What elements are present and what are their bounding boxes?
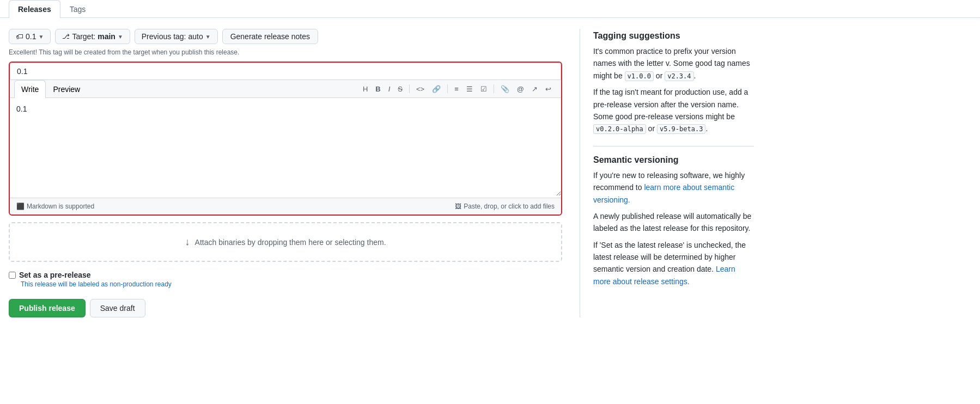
code-v234: v2.3.4 bbox=[665, 71, 693, 81]
release-title-input[interactable] bbox=[10, 63, 561, 80]
code-alpha: v0.2.0-alpha bbox=[593, 124, 646, 134]
pre-release-section: Set as a pre-release This release will b… bbox=[9, 271, 562, 288]
mention-icon[interactable]: @ bbox=[514, 83, 527, 95]
prev-tag-value: auto bbox=[188, 32, 203, 41]
semantic-text3: If 'Set as the latest release' is unchec… bbox=[593, 239, 754, 288]
publish-release-button[interactable]: Publish release bbox=[9, 299, 86, 317]
markdown-icon: ⬛ bbox=[16, 203, 25, 210]
preview-tab[interactable]: Preview bbox=[46, 80, 87, 98]
toolbar-separator-1 bbox=[409, 84, 410, 93]
tag-dropdown[interactable]: 🏷 0.1 ▼ bbox=[9, 29, 51, 44]
pre-release-label[interactable]: Set as a pre-release bbox=[9, 271, 562, 279]
editor-toolbar: H B I S <> 🔗 ≡ ☰ ☑ 📎 @ ↗ bbox=[357, 81, 557, 97]
attach-binaries-text: Attach binaries by dropping them here or… bbox=[195, 238, 386, 247]
target-dropdown[interactable]: ⎇ Target: main ▼ bbox=[55, 29, 130, 44]
semantic-versioning-title: Semantic versioning bbox=[593, 155, 754, 165]
strikethrough-icon[interactable]: S bbox=[394, 83, 406, 95]
prev-tag-dropdown[interactable]: Previous tag: auto ▼ bbox=[135, 29, 218, 44]
code-icon[interactable]: <> bbox=[413, 83, 428, 95]
toolbar-row: 🏷 0.1 ▼ ⎇ Target: main ▼ Previous tag: a… bbox=[9, 29, 562, 44]
hint-text: Excellent! This tag will be created from… bbox=[9, 48, 562, 56]
code-beta: v5.9-beta.3 bbox=[657, 124, 705, 134]
code-v100: v1.0.0 bbox=[625, 71, 654, 81]
image-icon: 🖼 bbox=[455, 203, 461, 210]
editor-tabs: Write Preview H B I S <> 🔗 ≡ ☰ bbox=[10, 80, 561, 98]
tab-releases[interactable]: Releases bbox=[9, 0, 60, 18]
toolbar-separator-2 bbox=[447, 84, 448, 93]
tabs-bar: Releases Tags bbox=[0, 0, 980, 18]
undo-icon[interactable]: ↩ bbox=[542, 83, 555, 95]
tag-chevron-icon: ▼ bbox=[38, 34, 44, 40]
left-column: 🏷 0.1 ▼ ⎇ Target: main ▼ Previous tag: a… bbox=[9, 29, 562, 317]
release-settings-link[interactable]: Learn more about release settings. bbox=[593, 265, 735, 285]
tag-value: 0.1 bbox=[26, 32, 36, 41]
prev-tag-chevron-icon: ▼ bbox=[205, 34, 211, 40]
tagging-suggestions-text1: It's common practice to prefix your vers… bbox=[593, 45, 754, 82]
action-buttons: Publish release Save draft bbox=[9, 299, 562, 317]
right-sidebar: Tagging suggestions It's common practice… bbox=[580, 29, 754, 317]
tab-tags[interactable]: Tags bbox=[60, 0, 95, 18]
tagging-suggestions-text2: If the tag isn't meant for production us… bbox=[593, 86, 754, 135]
write-tab[interactable]: Write bbox=[14, 80, 46, 98]
tagging-suggestions-title: Tagging suggestions bbox=[593, 31, 754, 41]
attach-icon[interactable]: 📎 bbox=[497, 83, 513, 95]
sidebar-separator bbox=[593, 146, 754, 146]
release-editor-box: Write Preview H B I S <> 🔗 ≡ ☰ bbox=[9, 62, 562, 216]
write-preview-tabs: Write Preview bbox=[14, 80, 87, 97]
unordered-list-icon[interactable]: ☰ bbox=[463, 83, 476, 95]
toolbar-separator-3 bbox=[494, 84, 494, 93]
semantic-text2: A newly published release will automatic… bbox=[593, 210, 754, 235]
prev-tag-label: Previous tag: bbox=[142, 32, 186, 41]
pre-release-checkbox[interactable] bbox=[9, 272, 16, 279]
learn-semantic-link[interactable]: learn more about semantic versioning. bbox=[593, 183, 734, 204]
branch-icon: ⎇ bbox=[62, 33, 70, 40]
italic-icon[interactable]: I bbox=[385, 83, 394, 95]
download-arrow-icon: ↓ bbox=[185, 236, 190, 247]
tag-icon: 🏷 bbox=[16, 32, 23, 41]
tagging-suggestions-section: Tagging suggestions It's common practice… bbox=[593, 31, 754, 135]
pre-release-label-text: Set as a pre-release bbox=[19, 271, 91, 279]
task-list-icon[interactable]: ☑ bbox=[477, 83, 490, 95]
bold-icon[interactable]: B bbox=[372, 83, 384, 95]
attach-binaries-zone[interactable]: ↓ Attach binaries by dropping them here … bbox=[9, 222, 562, 262]
editor-footer: ⬛ Markdown is supported 🖼 Paste, drop, o… bbox=[10, 198, 561, 215]
branch-value: main bbox=[98, 32, 115, 41]
reference-icon[interactable]: ↗ bbox=[528, 83, 541, 95]
pre-release-description: This release will be labeled as non-prod… bbox=[21, 280, 562, 288]
link-icon[interactable]: 🔗 bbox=[429, 83, 444, 95]
semantic-text1: If you're new to releasing software, we … bbox=[593, 169, 754, 206]
attach-files-label[interactable]: 🖼 Paste, drop, or click to add files bbox=[455, 203, 555, 210]
target-label: Target: bbox=[72, 32, 95, 41]
markdown-support-label: ⬛ Markdown is supported bbox=[16, 203, 94, 210]
target-chevron-icon: ▼ bbox=[118, 34, 123, 40]
heading-icon[interactable]: H bbox=[360, 83, 371, 95]
generate-release-notes-button[interactable]: Generate release notes bbox=[222, 29, 318, 44]
release-notes-textarea[interactable]: 0.1 bbox=[10, 98, 561, 196]
save-draft-button[interactable]: Save draft bbox=[90, 299, 145, 317]
ordered-list-icon[interactable]: ≡ bbox=[451, 83, 462, 95]
semantic-versioning-section: Semantic versioning If you're new to rel… bbox=[593, 155, 754, 288]
